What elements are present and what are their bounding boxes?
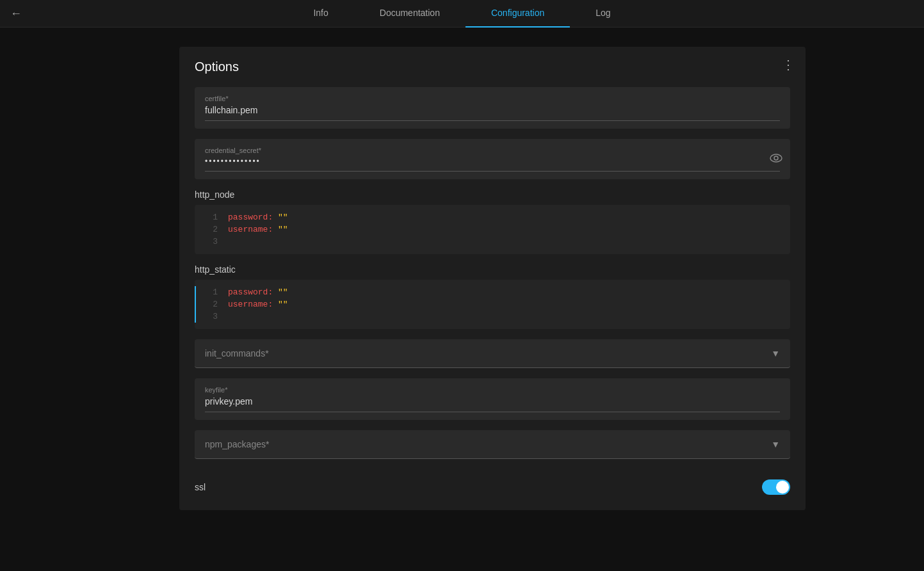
svg-point-0 <box>770 154 782 162</box>
ssl-row: ssl <box>195 469 790 497</box>
toggle-password-icon[interactable] <box>770 153 782 166</box>
http-static-code[interactable]: 1 password: "" 2 username: "" 3 <box>195 280 790 329</box>
http-static-label: http_static <box>195 264 790 275</box>
http-static-line-3: 3 <box>195 310 790 323</box>
svg-point-1 <box>774 156 778 160</box>
back-button[interactable]: ← <box>0 7 32 20</box>
code-val-1: "" <box>278 213 288 222</box>
line-num-1: 1 <box>202 213 218 222</box>
npm-packages-label: npm_packages* <box>205 439 269 449</box>
npm-packages-arrow-icon: ▼ <box>771 439 780 449</box>
init-commands-arrow-icon: ▼ <box>771 348 780 358</box>
credential-secret-value: •••••••••••••• <box>205 157 780 166</box>
init-commands-label: init_commands* <box>205 348 269 358</box>
init-commands-field[interactable]: init_commands* ▼ <box>195 339 790 368</box>
static-line-num-1: 1 <box>202 287 218 297</box>
http-node-line-3: 3 <box>195 236 790 248</box>
tab-documentation[interactable]: Documentation <box>354 0 466 28</box>
tab-configuration[interactable]: Configuration <box>466 0 570 28</box>
line-num-2: 2 <box>202 225 218 234</box>
keyfile-label: keyfile* <box>205 386 780 394</box>
code-key-1: password: <box>228 213 273 222</box>
credential-secret-label: credential_secret* <box>205 147 780 154</box>
code-key-2: username: <box>228 225 273 234</box>
keyfile-field[interactable]: keyfile* privkey.pem <box>195 378 790 420</box>
static-code-key-2: username: <box>228 300 273 309</box>
http-static-line-1: 1 password: "" <box>195 286 790 298</box>
ssl-label: ssl <box>195 482 206 492</box>
credential-secret-field[interactable]: credential_secret* •••••••••••••• <box>195 139 790 179</box>
options-panel: Options ⋮ certfile* fullchain.pem creden… <box>179 47 806 510</box>
static-line-num-3: 3 <box>202 312 218 321</box>
ssl-toggle[interactable] <box>762 479 790 495</box>
http-static-line-2: 2 username: "" <box>195 298 790 310</box>
options-menu-button[interactable]: ⋮ <box>782 57 795 72</box>
certfile-field[interactable]: certfile* fullchain.pem <box>195 87 790 129</box>
keyfile-underline <box>205 412 780 412</box>
panel-title: Options <box>195 60 790 74</box>
npm-packages-field[interactable]: npm_packages* ▼ <box>195 430 790 459</box>
nav-tabs: Info Documentation Configuration Log <box>288 0 636 28</box>
http-node-code[interactable]: 1 password: "" 2 username: "" 3 <box>195 205 790 254</box>
http-node-line-1: 1 password: "" <box>195 211 790 223</box>
http-node-line-2: 2 username: "" <box>195 223 790 236</box>
static-line-num-2: 2 <box>202 300 218 309</box>
certfile-underline <box>205 120 780 121</box>
tab-info[interactable]: Info <box>288 0 353 28</box>
main-content: Options ⋮ certfile* fullchain.pem creden… <box>0 28 924 571</box>
keyfile-value: privkey.pem <box>205 396 780 406</box>
credential-secret-underline <box>205 171 780 172</box>
code-val-2: "" <box>278 225 288 234</box>
static-code-key-1: password: <box>228 287 273 297</box>
http-node-label: http_node <box>195 189 790 200</box>
certfile-value: fullchain.pem <box>205 105 780 115</box>
static-code-val-1: "" <box>278 287 288 297</box>
line-num-3: 3 <box>202 237 218 246</box>
top-nav: ← Info Documentation Configuration Log <box>0 0 924 28</box>
static-code-val-2: "" <box>278 300 288 309</box>
tab-log[interactable]: Log <box>570 0 636 28</box>
certfile-label: certfile* <box>205 95 780 102</box>
ssl-toggle-knob <box>776 481 789 494</box>
